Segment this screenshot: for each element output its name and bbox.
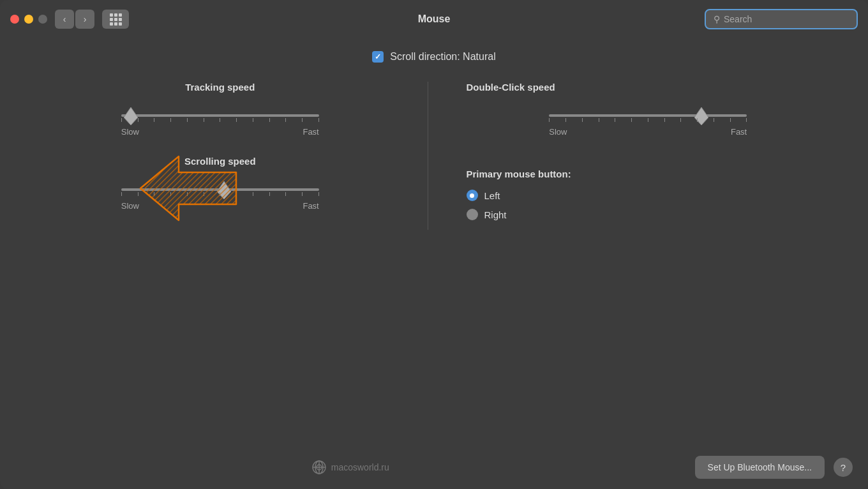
scrolling-slow-label: Slow [121, 201, 139, 211]
svg-marker-3 [217, 181, 231, 199]
double-click-speed-slider-container: Slow Fast [467, 105, 830, 137]
scrolling-speed-labels: Slow Fast [121, 201, 319, 211]
tracking-speed-slider-container: Slow Fast [38, 105, 402, 137]
traffic-lights [10, 15, 47, 24]
primary-mouse-button-title: Primary mouse button: [467, 169, 830, 179]
scrolling-fast-label: Fast [303, 201, 318, 211]
content-area: ✓ Scroll direction: Natural Tracking spe… [0, 38, 868, 446]
double-click-speed-title: Double-Click speed [467, 82, 830, 93]
scroll-direction-row: ✓ Scroll direction: Natural [372, 51, 495, 63]
double-click-fast-label: Fast [731, 127, 747, 137]
tracking-fast-label: Fast [303, 127, 318, 137]
right-column: Double-Click speed [428, 82, 830, 230]
close-button[interactable] [10, 15, 19, 24]
search-input[interactable] [724, 14, 849, 24]
watermark: macosworld.ru [312, 460, 389, 474]
tracking-speed-title: Tracking speed [185, 82, 255, 93]
left-column: Tracking speed [38, 82, 428, 230]
scrolling-speed-slider-container: Slow Fast [38, 179, 402, 211]
watermark-text: macosworld.ru [331, 462, 389, 472]
radio-left-button[interactable] [467, 190, 478, 201]
search-icon: ⚲ [714, 14, 720, 24]
radio-left-label: Left [484, 190, 500, 201]
radio-right-button[interactable] [467, 209, 478, 220]
two-column-layout: Tracking speed [38, 82, 830, 230]
footer: macosworld.ru Set Up Bluetooth Mouse... … [0, 446, 868, 489]
double-click-speed-track [549, 114, 747, 117]
watermark-icon [312, 460, 326, 474]
grid-button[interactable] [102, 10, 129, 29]
svg-marker-4 [694, 107, 708, 125]
scroll-direction-checkbox[interactable]: ✓ Scroll direction: Natural [372, 51, 495, 63]
radio-right[interactable]: Right [467, 209, 830, 220]
maximize-button[interactable] [38, 15, 47, 24]
search-box[interactable]: ⚲ [705, 9, 858, 29]
forward-button[interactable]: › [75, 10, 94, 29]
window-title: Mouse [418, 13, 451, 25]
bluetooth-button[interactable]: Set Up Bluetooth Mouse... [695, 456, 825, 479]
back-button[interactable]: ‹ [55, 10, 74, 29]
tracking-speed-track [121, 114, 319, 117]
radio-left[interactable]: Left [467, 190, 830, 201]
radio-right-label: Right [484, 209, 507, 220]
scrolling-speed-thumb[interactable] [217, 181, 231, 199]
minimize-button[interactable] [24, 15, 33, 24]
double-click-speed-thumb[interactable] [694, 107, 708, 125]
tracking-speed-labels: Slow Fast [121, 127, 319, 137]
window: ‹ › Mouse ⚲ ✓ Scroll direction: Natural [0, 0, 868, 489]
double-click-speed-labels: Slow Fast [549, 127, 747, 137]
scrolling-speed-title: Scrolling speed [184, 156, 256, 167]
titlebar: ‹ › Mouse ⚲ [0, 0, 868, 38]
double-click-slow-label: Slow [549, 127, 567, 137]
checkbox-checked[interactable]: ✓ [372, 51, 384, 63]
scroll-direction-label: Scroll direction: Natural [390, 51, 495, 63]
primary-mouse-button-section: Primary mouse button: Left Right [467, 169, 830, 228]
help-button[interactable]: ? [834, 458, 853, 477]
svg-marker-0 [124, 107, 138, 125]
tracking-slow-label: Slow [121, 127, 139, 137]
grid-icon [110, 13, 122, 26]
nav-buttons: ‹ › [55, 10, 94, 29]
tracking-speed-thumb[interactable] [124, 107, 138, 125]
checkmark-icon: ✓ [375, 52, 381, 61]
